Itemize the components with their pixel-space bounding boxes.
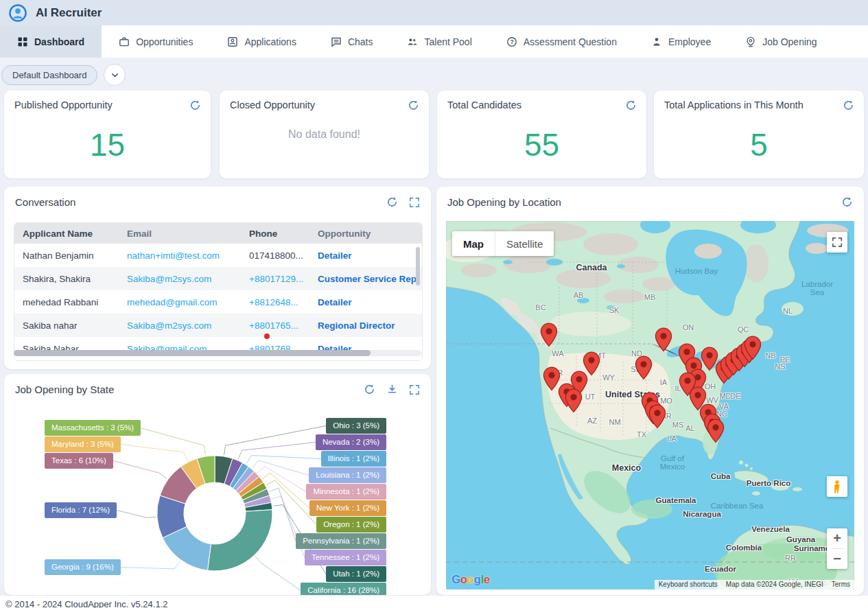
question-icon: ? bbox=[506, 36, 517, 47]
table-vertical-scrollbar[interactable] bbox=[416, 247, 420, 285]
state-chart-area: Ohio : 3 (5%)Nevada : 2 (3%)Illinois : 1… bbox=[4, 400, 431, 595]
map-pin-icon[interactable] bbox=[707, 419, 725, 443]
refresh-icon[interactable] bbox=[189, 100, 201, 114]
conversation-panel: Conversation Applicant NameEmailPhoneOpp… bbox=[4, 187, 431, 369]
map-pin-icon[interactable] bbox=[744, 336, 762, 360]
refresh-icon[interactable] bbox=[843, 100, 854, 114]
map-pin-icon[interactable] bbox=[648, 404, 666, 429]
email-link[interactable]: Sakiba@m2sys.com bbox=[127, 274, 211, 284]
dashboard-selector-pill[interactable]: Default Dashboard bbox=[1, 65, 97, 85]
map-pin-icon[interactable] bbox=[540, 323, 558, 347]
geo-label: BC bbox=[535, 303, 546, 312]
refresh-icon[interactable] bbox=[625, 100, 637, 114]
opportunity-link[interactable]: Detailer bbox=[318, 297, 352, 307]
column-header[interactable]: Opportunity bbox=[309, 229, 418, 239]
stat-card-empty-text: No data found! bbox=[220, 128, 429, 141]
map-pin-icon[interactable] bbox=[655, 327, 672, 352]
satellite-button[interactable]: Satellite bbox=[495, 231, 554, 256]
tab-opportunities[interactable]: Opportunities bbox=[102, 25, 210, 58]
opportunity-link[interactable]: Customer Service Repr bbox=[318, 274, 418, 284]
map-button[interactable]: Map bbox=[452, 231, 495, 256]
tab-talent-pool[interactable]: Talent Pool bbox=[390, 25, 489, 58]
applicant-name-cell: Sakiba nahar bbox=[14, 320, 119, 331]
map-data-text: Map data ©2024 Google, INEGI bbox=[722, 580, 828, 589]
zoom-in-button[interactable]: + bbox=[827, 528, 847, 548]
tab-chats[interactable]: Chats bbox=[314, 25, 390, 58]
geo-label: Mexico bbox=[612, 463, 641, 473]
phone-link[interactable]: +88017129... bbox=[249, 274, 303, 284]
stat-card-closed-opportunity: Closed Opportunity No data found! bbox=[220, 91, 429, 178]
geo-label: RR bbox=[785, 554, 796, 562]
zoom-out-button[interactable]: − bbox=[827, 549, 847, 569]
pegman-icon bbox=[830, 479, 845, 494]
map-pin-icon[interactable] bbox=[635, 355, 653, 380]
tab-assessment-question[interactable]: ?Assessment Question bbox=[489, 25, 634, 58]
geo-label: MB bbox=[644, 293, 656, 301]
refresh-icon[interactable] bbox=[386, 196, 398, 208]
column-header[interactable]: Phone bbox=[241, 229, 309, 239]
stat-card-value: 15 bbox=[4, 126, 211, 163]
keyboard-shortcuts-link[interactable]: Keyboard shortcuts bbox=[655, 580, 722, 589]
google-logo[interactable]: Google bbox=[451, 573, 490, 587]
email-link[interactable]: Sakiba@m2sys.com bbox=[127, 320, 211, 331]
chart-label-florida: Florida : 7 (12%) bbox=[45, 502, 117, 518]
table-row: mehedad Rabbani mehedad@gmail.com +88126… bbox=[14, 290, 422, 314]
tab-label: Employee bbox=[668, 36, 711, 47]
footer: © 2014 - 2024 CloudApper Inc. v5.24.1.2 bbox=[0, 596, 868, 608]
state-chart-title: Job Opening by State bbox=[15, 384, 114, 395]
dashboard-selector-dropdown-button[interactable] bbox=[104, 64, 126, 86]
applications-icon bbox=[227, 36, 238, 47]
geo-label: MS bbox=[672, 421, 684, 429]
tab-employee[interactable]: Employee bbox=[634, 25, 728, 58]
state-chart-header: Job Opening by State bbox=[4, 374, 431, 402]
stat-card-total-applications-in-this-month: Total Applications in This Month 5 bbox=[654, 91, 864, 178]
stat-card-title: Closed Opportunity bbox=[230, 100, 419, 110]
refresh-icon[interactable] bbox=[364, 384, 375, 395]
map-canvas[interactable]: CanadaUnited StatesMexicoCubaPuerto Rico… bbox=[446, 221, 854, 589]
stat-card-title: Total Applications in This Month bbox=[664, 100, 854, 110]
tab-applications[interactable]: Applications bbox=[210, 25, 314, 58]
phone-link[interactable]: +8801765... bbox=[249, 320, 298, 331]
stat-card-title: Published Opportunity bbox=[14, 100, 200, 110]
pegman-button[interactable] bbox=[827, 476, 847, 497]
geo-label: Venezuela bbox=[751, 525, 790, 533]
column-header[interactable]: Applicant Name bbox=[14, 229, 119, 239]
tab-label: Applications bbox=[244, 36, 296, 47]
opportunity-link[interactable]: Regional Director bbox=[318, 320, 395, 331]
map-zoom-control: + − bbox=[827, 528, 847, 569]
chart-label-louisiana: Louisiana : 1 (2%) bbox=[309, 467, 386, 483]
email-link[interactable]: mehedad@gmail.com bbox=[127, 297, 218, 307]
refresh-icon[interactable] bbox=[408, 100, 419, 114]
app-logo-icon bbox=[8, 3, 27, 23]
employee-icon bbox=[651, 36, 662, 47]
table-horizontal-scrollbar[interactable] bbox=[14, 350, 421, 356]
chat-icon bbox=[331, 36, 342, 47]
map-pin-icon[interactable] bbox=[565, 388, 583, 413]
geo-label: Guatemala bbox=[656, 496, 696, 504]
phone-link[interactable]: +8812648... bbox=[249, 297, 298, 307]
expand-icon[interactable] bbox=[409, 197, 420, 208]
email-link[interactable]: nathan+imti@test.com bbox=[127, 250, 220, 261]
chevron-down-icon bbox=[110, 70, 120, 80]
tab-label: Chats bbox=[348, 36, 373, 47]
copyright-text: © 2014 - 2024 CloudApper Inc. v5.24.1.2 bbox=[5, 599, 168, 608]
expand-icon[interactable] bbox=[409, 384, 420, 395]
opportunity-link[interactable]: Detailer bbox=[318, 250, 352, 261]
geo-label: AZ bbox=[587, 417, 597, 425]
geo-label: Hudson Bay bbox=[675, 267, 718, 275]
download-icon[interactable] bbox=[386, 384, 398, 395]
chart-label-minnesota: Minnesota : 1 (2%) bbox=[306, 484, 386, 500]
geo-label: ON bbox=[683, 323, 694, 331]
chart-label-new-york: New York : 1 (2%) bbox=[309, 500, 386, 516]
refresh-icon[interactable] bbox=[841, 196, 853, 208]
map-panel-header: Job Opening by Location bbox=[436, 187, 864, 215]
map-fullscreen-button[interactable] bbox=[827, 232, 847, 253]
talent-pool-icon bbox=[407, 36, 418, 47]
geo-label: Nicaragua bbox=[683, 510, 721, 518]
tab-dashboard[interactable]: Dashboard bbox=[0, 25, 102, 58]
tab-job-opening[interactable]: Job Opening bbox=[728, 25, 834, 58]
terms-link[interactable]: Terms bbox=[828, 580, 854, 589]
column-header[interactable]: Email bbox=[119, 229, 241, 239]
geo-label: Suriname bbox=[794, 544, 830, 552]
conversation-table: Applicant NameEmailPhoneOpportunity Nath… bbox=[14, 222, 423, 361]
